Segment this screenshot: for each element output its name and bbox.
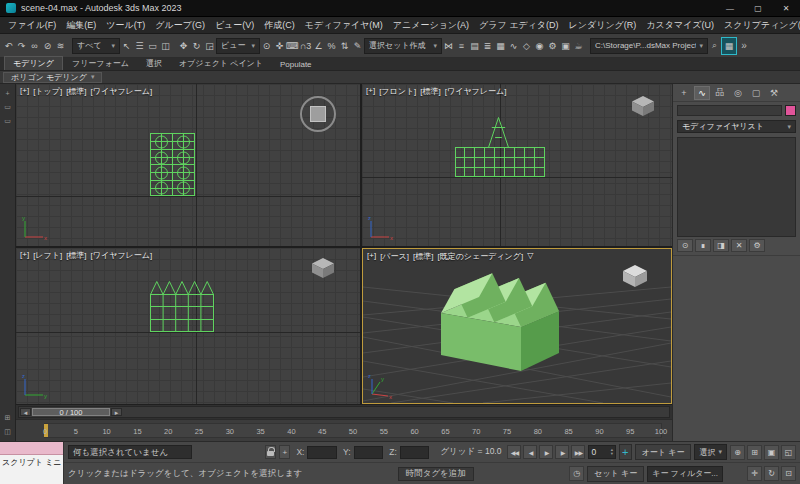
menu-item-6[interactable]: モディファイヤ(M) (300, 19, 388, 32)
zoom-all-button[interactable]: ⊞ (747, 445, 762, 460)
trackbar-tick-85[interactable]: 85 (564, 427, 572, 436)
trackbar-tick-35[interactable]: 35 (256, 427, 264, 436)
rectangular-selection-region-button[interactable]: ▭ (146, 37, 159, 55)
render-production-button[interactable]: ☕ (572, 37, 585, 55)
configure-modifier-sets-button[interactable]: ⚙ (749, 239, 765, 252)
trackbar-tick-50[interactable]: 50 (349, 427, 357, 436)
undo-button[interactable]: ↶ (2, 37, 15, 55)
y-coordinate-input[interactable] (354, 446, 384, 459)
select-and-manipulate-button[interactable]: ✜ (273, 37, 286, 55)
trackbar-tick-45[interactable]: 45 (318, 427, 326, 436)
play-animation-button[interactable]: ▶ (539, 445, 553, 459)
viewport-pov-menu[interactable]: [レフト] (33, 250, 62, 261)
object-color-swatch[interactable] (785, 105, 796, 116)
select-and-move-button[interactable]: ✥ (177, 37, 190, 55)
z-coordinate-input[interactable] (400, 446, 430, 459)
viewcube[interactable] (300, 96, 336, 132)
scene-object-wireframe-left[interactable] (150, 281, 214, 332)
toolbar-overflow-button[interactable]: » (737, 40, 751, 51)
mini-listener-macro-row[interactable] (0, 442, 63, 455)
selection-filter-dropdown[interactable]: すべて ▾ (72, 38, 120, 54)
trackbar-tick-65[interactable]: 65 (441, 427, 449, 436)
viewport-layout-tab-1[interactable]: ▭ (2, 101, 14, 113)
viewport-front[interactable]: [+] [フロント] [標準] [ワイヤフレーム] (362, 84, 672, 246)
trackbar-tick-30[interactable]: 30 (226, 427, 234, 436)
close-button[interactable]: ✕ (772, 0, 800, 16)
unlink-selection-button[interactable]: ⊘ (41, 37, 54, 55)
render-setup-button[interactable]: ⚙ (546, 37, 559, 55)
menu-item-10[interactable]: カスタマイズ(U) (641, 19, 719, 32)
viewport-settings-arrow-icon[interactable]: ▽ (527, 251, 533, 262)
modify-tab[interactable]: ∿ (694, 86, 710, 100)
align-button[interactable]: ≡ (455, 37, 468, 55)
select-and-link-button[interactable]: ∞ (28, 37, 41, 55)
toggle-ribbon-button[interactable]: ▦ (494, 37, 507, 55)
curve-editor-button[interactable]: ∿ (507, 37, 520, 55)
rendered-frame-window-button[interactable]: ▣ (559, 37, 572, 55)
trackbar-tick-0[interactable]: 0 (43, 427, 47, 436)
trackbar-tick-15[interactable]: 15 (133, 427, 141, 436)
trackbar-tick-10[interactable]: 10 (102, 427, 110, 436)
modifier-stack[interactable] (677, 137, 796, 237)
time-configuration-button[interactable]: ◷ (569, 466, 584, 481)
set-keys-button[interactable]: + (619, 444, 632, 460)
viewport-pov-menu[interactable]: [パース] (380, 251, 409, 262)
trackbar-tick-20[interactable]: 20 (164, 427, 172, 436)
object-name-field[interactable] (677, 105, 782, 116)
viewport-layout-grid-button[interactable]: ⊞ (2, 412, 14, 424)
viewport-layout-tab-2[interactable]: ▭ (2, 115, 14, 127)
maximize-viewport-toggle[interactable]: ⊡ (781, 466, 796, 481)
maximize-button[interactable]: ▢ (744, 0, 772, 16)
minimize-button[interactable]: — (716, 0, 744, 16)
angle-snap-toggle[interactable]: ∠ (312, 37, 325, 55)
next-frame-button[interactable]: ▶ (555, 445, 569, 459)
viewport-shading-menu[interactable]: [既定のシェーディング] (437, 251, 523, 262)
go-to-end-button[interactable]: ▶▶ (571, 445, 585, 459)
trackbar-tick-25[interactable]: 25 (195, 427, 203, 436)
menu-item-3[interactable]: グループ(G) (150, 19, 210, 32)
ribbon-tab-freeform[interactable]: フリーフォーム (64, 57, 137, 70)
scene-object-wireframe-top[interactable] (150, 133, 195, 196)
time-slider-handle[interactable]: 0 / 100 (32, 408, 110, 416)
ribbon-tab-modeling[interactable]: モデリング (4, 56, 63, 70)
percent-snap-toggle[interactable]: % (325, 37, 338, 55)
toggle-layer-explorer-button[interactable]: ≣ (481, 37, 494, 55)
time-slider-prev-icon[interactable]: ◂ (20, 408, 31, 416)
motion-tab[interactable]: ◎ (730, 86, 746, 100)
trackbar-tick-75[interactable]: 75 (503, 427, 511, 436)
trackbar-tick-90[interactable]: 90 (595, 427, 603, 436)
viewport-top[interactable]: [+] [トップ] [標準] [ワイヤフレーム] (16, 84, 360, 246)
viewport-general-menu[interactable]: [+] (20, 250, 29, 261)
zoom-extents-all-button[interactable]: ▣ (764, 445, 779, 460)
maxscript-mini-listener[interactable]: スクリプト ミニ リス (0, 442, 64, 484)
viewcube[interactable] (310, 256, 336, 280)
key-selection-dropdown[interactable]: 選択 ▾ (694, 444, 727, 460)
keyboard-shortcut-override-toggle[interactable]: ⌨ (286, 37, 299, 55)
viewport-general-menu[interactable]: [+] (366, 86, 375, 97)
trackbar-tick-55[interactable]: 55 (380, 427, 388, 436)
viewcube[interactable] (630, 94, 656, 118)
viewport-perview-menu[interactable]: [標準] (420, 86, 440, 97)
menu-item-9[interactable]: レンダリング(R) (564, 19, 642, 32)
menu-item-0[interactable]: ファイル(F) (3, 19, 61, 32)
menu-item-2[interactable]: ツール(T) (101, 19, 150, 32)
viewport-left[interactable]: [+] [レフト] [標準] [ワイヤフレーム] (16, 248, 360, 404)
key-filters-button[interactable]: キー フィルター... (647, 466, 723, 482)
pin-stack-button[interactable]: ⊙ (677, 239, 693, 252)
schematic-view-button[interactable]: ◇ (520, 37, 533, 55)
redo-button[interactable]: ↷ (15, 37, 28, 55)
trackbar-tick-80[interactable]: 80 (534, 427, 542, 436)
reference-coordinate-dropdown[interactable]: ビュー ▾ (216, 38, 260, 54)
snap-toggle-3d[interactable]: ∩3 (299, 37, 312, 55)
menu-item-8[interactable]: グラフ エディタ(D) (474, 19, 563, 32)
trackbar-tick-95[interactable]: 95 (626, 427, 634, 436)
bind-to-space-warp-button[interactable]: ≋ (54, 37, 67, 55)
ribbon-tab-selection[interactable]: 選択 (138, 57, 170, 70)
absolute-offset-mode-toggle[interactable]: + (279, 445, 290, 459)
trackbar-tick-100[interactable]: 100 (655, 427, 668, 436)
time-slider-next-icon[interactable]: ▸ (111, 408, 122, 416)
edit-named-selection-sets-button[interactable]: ✎ (351, 37, 364, 55)
trackbar-tick-5[interactable]: 5 (74, 427, 78, 436)
viewcube[interactable] (621, 263, 649, 289)
set-key-mode-button[interactable]: セット キー (587, 466, 644, 482)
